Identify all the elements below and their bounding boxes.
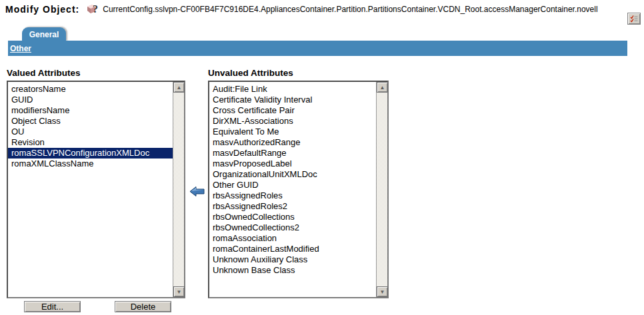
list-item[interactable]: rbsAssignedRoles2 — [209, 201, 376, 212]
list-item[interactable]: rbsOwnedCollections — [209, 212, 376, 222]
list-item[interactable]: romaContainerLastModified — [209, 244, 376, 254]
valued-attributes-listbox: creatorsNameGUIDmodifiersNameObject Clas… — [7, 81, 185, 298]
list-item[interactable]: Certificate Validity Interval — [209, 95, 376, 105]
list-item[interactable]: Object Class — [8, 116, 173, 127]
list-item[interactable]: masvAuthorizedRange — [209, 137, 376, 148]
tab-strip: Other — [8, 41, 627, 56]
list-item[interactable]: DirXML-Associations — [209, 116, 376, 127]
list-item[interactable]: masvDefaultRange — [209, 148, 376, 158]
list-item[interactable]: Revision — [8, 137, 173, 148]
list-item[interactable]: romaXMLClassName — [8, 158, 173, 169]
list-item[interactable]: romaAssociation — [209, 233, 376, 244]
unvalued-attributes-list[interactable]: Audit:File LinkCertificate Validity Inte… — [209, 82, 376, 297]
list-item[interactable]: Unknown Auxiliary Class — [209, 254, 376, 265]
page-header: Modify Object: ? CurrentConfig.sslvpn-CF… — [5, 3, 598, 15]
list-item[interactable]: OU — [8, 127, 173, 137]
list-item[interactable]: Unknown Base Class — [209, 265, 376, 276]
tab-general[interactable]: General — [22, 27, 66, 41]
attribute-list-icon[interactable] — [627, 13, 641, 25]
list-item[interactable]: OrganizationalUnitXMLDoc — [209, 169, 376, 180]
object-path: CurrentConfig.sslvpn-CF00FB4F7C916DE4.Ap… — [103, 5, 597, 14]
list-item[interactable]: Other GUID — [209, 180, 376, 190]
valued-attributes-list[interactable]: creatorsNameGUIDmodifiersNameObject Clas… — [8, 82, 173, 297]
delete-button[interactable]: Delete — [115, 301, 171, 312]
valued-attributes-label: Valued Attributes — [7, 68, 81, 78]
list-item[interactable]: Audit:File Link — [209, 84, 376, 95]
scroll-down-icon[interactable]: ▼ — [173, 286, 185, 297]
tab-general-label: General — [29, 30, 59, 39]
list-item[interactable]: rbsAssignedRoles — [209, 190, 376, 201]
svg-text:?: ? — [93, 3, 98, 15]
list-item[interactable]: rbsOwnedCollections2 — [209, 222, 376, 233]
scroll-up-icon[interactable]: ▲ — [173, 82, 185, 93]
list-item[interactable]: romaSSLVPNConfigurationXMLDoc — [8, 148, 173, 158]
tab-other-link[interactable]: Other — [10, 44, 31, 53]
list-item[interactable]: Equivalent To Me — [209, 127, 376, 137]
list-item[interactable]: creatorsName — [8, 84, 173, 95]
scroll-down-icon[interactable]: ▼ — [377, 286, 388, 297]
unvalued-attributes-label: Unvalued Attributes — [208, 68, 293, 78]
page-title: Modify Object: — [5, 4, 79, 15]
unvalued-attributes-listbox: Audit:File LinkCertificate Validity Inte… — [208, 81, 389, 298]
list-item[interactable]: modifiersName — [8, 105, 173, 116]
scroll-up-icon[interactable]: ▲ — [377, 82, 388, 93]
move-left-arrow-icon[interactable] — [189, 185, 205, 198]
list-item[interactable]: GUID — [8, 95, 173, 105]
valued-scrollbar[interactable]: ▲ ▼ — [173, 82, 184, 297]
list-item[interactable]: Cross Certificate Pair — [209, 105, 376, 116]
unvalued-scrollbar[interactable]: ▲ ▼ — [376, 82, 387, 297]
unknown-object-icon: ? — [86, 3, 102, 15]
edit-button[interactable]: Edit... — [24, 301, 81, 312]
list-item[interactable]: masvProposedLabel — [209, 158, 376, 169]
